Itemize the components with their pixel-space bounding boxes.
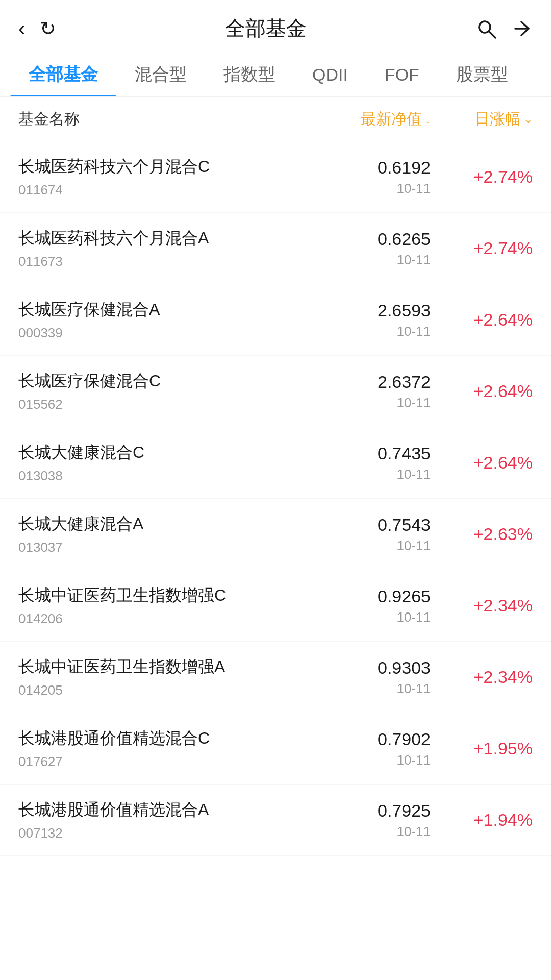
- fund-change: +2.64%: [431, 310, 533, 330]
- fund-nav-value: 0.9265: [298, 586, 431, 606]
- fund-change: +2.34%: [431, 667, 533, 687]
- fund-nav-value: 2.6593: [298, 301, 431, 321]
- fund-nav-date: 10-11: [298, 609, 431, 625]
- fund-code: 007132: [18, 825, 298, 841]
- header: ‹ ↻ 全部基金: [0, 0, 551, 53]
- fund-nav: 0.6265 10-11: [298, 229, 431, 268]
- col-name-label: 基金名称: [18, 109, 298, 130]
- fund-row[interactable]: 长城医疗保健混合A 000339 2.6593 10-11 +2.64%: [0, 284, 551, 356]
- fund-name: 长城港股通价值精选混合C: [18, 727, 298, 750]
- fund-code: 014206: [18, 611, 298, 627]
- col-nav-label[interactable]: 最新净值 ↓: [298, 109, 431, 130]
- fund-row[interactable]: 长城医药科技六个月混合A 011673 0.6265 10-11 +2.74%: [0, 213, 551, 284]
- svg-line-1: [489, 32, 495, 38]
- fund-name: 长城大健康混合A: [18, 513, 298, 535]
- fund-row[interactable]: 长城大健康混合A 013037 0.7543 10-11 +2.63%: [0, 499, 551, 570]
- column-headers: 基金名称 最新净值 ↓ 日涨幅 ⌄: [0, 97, 551, 141]
- fund-nav-date: 10-11: [298, 252, 431, 268]
- fund-change: +2.74%: [431, 238, 533, 258]
- fund-code: 000339: [18, 325, 298, 341]
- nav-sort-icon: ↓: [425, 113, 431, 126]
- change-sort-icon: ⌄: [523, 113, 533, 126]
- search-icon[interactable]: [475, 18, 497, 39]
- tab-bar: 全部基金 混合型 指数型 QDII FOF 股票型: [0, 53, 551, 97]
- fund-info: 长城医疗保健混合A 000339: [18, 299, 298, 341]
- fund-nav-date: 10-11: [298, 324, 431, 339]
- fund-nav: 0.9303 10-11: [298, 658, 431, 697]
- fund-nav: 0.7902 10-11: [298, 729, 431, 768]
- fund-nav-value: 0.6265: [298, 229, 431, 249]
- tab-mixed[interactable]: 混合型: [116, 53, 205, 96]
- fund-row[interactable]: 长城港股通价值精选混合C 017627 0.7902 10-11 +1.95%: [0, 713, 551, 785]
- fund-code: 014205: [18, 682, 298, 698]
- fund-name: 长城医药科技六个月混合A: [18, 227, 298, 250]
- fund-change: +1.95%: [431, 739, 533, 758]
- tab-all[interactable]: 全部基金: [10, 53, 116, 96]
- tab-qdii[interactable]: QDII: [294, 55, 366, 95]
- fund-nav-date: 10-11: [298, 395, 431, 411]
- fund-change: +2.63%: [431, 524, 533, 544]
- fund-info: 长城港股通价值精选混合C 017627: [18, 727, 298, 770]
- fund-row[interactable]: 长城中证医药卫生指数增强A 014205 0.9303 10-11 +2.34%: [0, 642, 551, 713]
- refresh-icon[interactable]: ↻: [40, 17, 56, 40]
- fund-nav-value: 0.6192: [298, 158, 431, 178]
- fund-name: 长城中证医药卫生指数增强A: [18, 656, 298, 678]
- fund-info: 长城大健康混合A 013037: [18, 513, 298, 555]
- fund-row[interactable]: 长城医疗保健混合C 015562 2.6372 10-11 +2.64%: [0, 356, 551, 427]
- fund-nav-value: 0.7435: [298, 444, 431, 463]
- back-icon[interactable]: ‹: [18, 16, 26, 41]
- fund-name: 长城医疗保健混合C: [18, 370, 298, 393]
- fund-nav-value: 0.9303: [298, 658, 431, 678]
- fund-nav-value: 0.7902: [298, 729, 431, 749]
- fund-change: +2.64%: [431, 453, 533, 473]
- fund-code: 017627: [18, 754, 298, 770]
- fund-info: 长城医药科技六个月混合C 011674: [18, 156, 298, 198]
- fund-nav-value: 0.7543: [298, 515, 431, 535]
- fund-code: 013037: [18, 540, 298, 555]
- fund-name: 长城医疗保健混合A: [18, 299, 298, 321]
- fund-nav: 2.6593 10-11: [298, 301, 431, 339]
- fund-code: 015562: [18, 397, 298, 412]
- fund-nav: 0.9265 10-11: [298, 586, 431, 625]
- fund-nav-date: 10-11: [298, 752, 431, 768]
- fund-nav-date: 10-11: [298, 824, 431, 840]
- fund-code: 013038: [18, 468, 298, 484]
- fund-change: +2.74%: [431, 167, 533, 187]
- fund-row[interactable]: 长城医药科技六个月混合C 011674 0.6192 10-11 +2.74%: [0, 141, 551, 213]
- tab-index[interactable]: 指数型: [205, 53, 294, 96]
- fund-nav-date: 10-11: [298, 538, 431, 554]
- fund-list: 长城医药科技六个月混合C 011674 0.6192 10-11 +2.74% …: [0, 141, 551, 856]
- fund-code: 011673: [18, 254, 298, 270]
- fund-name: 长城医药科技六个月混合C: [18, 156, 298, 178]
- fund-name: 长城中证医药卫生指数增强C: [18, 584, 298, 607]
- fund-change: +2.34%: [431, 596, 533, 616]
- tab-stock[interactable]: 股票型: [438, 53, 527, 96]
- fund-row[interactable]: 长城中证医药卫生指数增强C 014206 0.9265 10-11 +2.34%: [0, 570, 551, 642]
- tab-fof[interactable]: FOF: [366, 55, 438, 95]
- fund-nav-value: 0.7925: [298, 801, 431, 821]
- col-change-label[interactable]: 日涨幅 ⌄: [431, 109, 533, 130]
- header-left-icons: ‹ ↻: [18, 16, 56, 41]
- fund-nav: 2.6372 10-11: [298, 372, 431, 411]
- share-icon[interactable]: [511, 18, 533, 39]
- fund-nav: 0.7925 10-11: [298, 801, 431, 840]
- fund-name: 长城港股通价值精选混合A: [18, 799, 298, 821]
- fund-nav-date: 10-11: [298, 181, 431, 197]
- fund-info: 长城中证医药卫生指数增强A 014205: [18, 656, 298, 698]
- fund-nav: 0.7435 10-11: [298, 444, 431, 482]
- page-title: 全部基金: [56, 14, 475, 42]
- fund-nav-date: 10-11: [298, 467, 431, 482]
- fund-info: 长城医疗保健混合C 015562: [18, 370, 298, 412]
- fund-nav: 0.6192 10-11: [298, 158, 431, 197]
- fund-nav-date: 10-11: [298, 681, 431, 697]
- fund-info: 长城大健康混合C 013038: [18, 442, 298, 484]
- fund-info: 长城医药科技六个月混合A 011673: [18, 227, 298, 270]
- fund-row[interactable]: 长城港股通价值精选混合A 007132 0.7925 10-11 +1.94%: [0, 785, 551, 856]
- fund-change: +2.64%: [431, 381, 533, 401]
- fund-row[interactable]: 长城大健康混合C 013038 0.7435 10-11 +2.64%: [0, 427, 551, 499]
- fund-change: +1.94%: [431, 810, 533, 830]
- fund-info: 长城中证医药卫生指数增强C 014206: [18, 584, 298, 627]
- fund-nav: 0.7543 10-11: [298, 515, 431, 554]
- svg-point-0: [479, 21, 490, 33]
- fund-name: 长城大健康混合C: [18, 442, 298, 464]
